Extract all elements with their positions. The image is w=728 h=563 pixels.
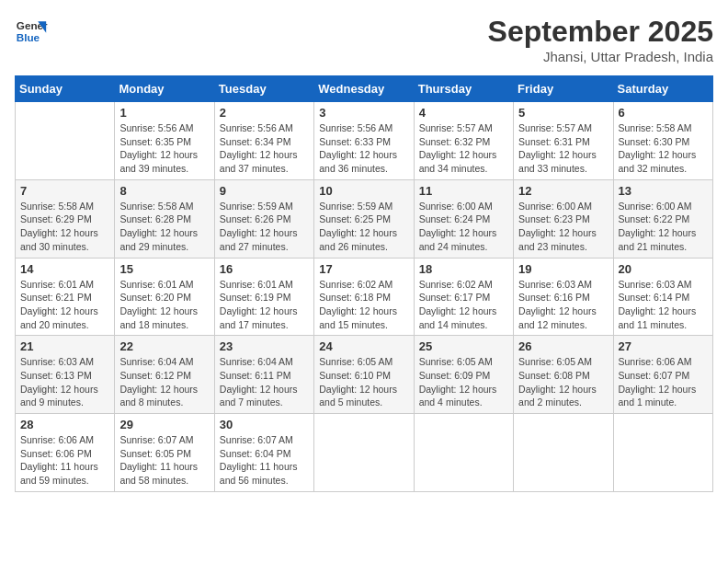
- day-info: Sunrise: 6:01 AMSunset: 6:20 PMDaylight:…: [119, 278, 209, 332]
- week-row-4: 28Sunrise: 6:06 AMSunset: 6:06 PMDayligh…: [16, 414, 713, 492]
- day-info: Sunrise: 6:06 AMSunset: 6:06 PMDaylight:…: [20, 433, 109, 488]
- day-number: 30: [220, 418, 309, 431]
- location-subtitle: Jhansi, Uttar Pradesh, India: [488, 49, 713, 64]
- calendar-cell: 7Sunrise: 5:58 AMSunset: 6:29 PMDaylight…: [16, 179, 115, 258]
- day-info: Sunrise: 5:56 AMSunset: 6:34 PMDaylight:…: [220, 121, 309, 176]
- day-info: Sunrise: 6:01 AMSunset: 6:21 PMDaylight:…: [20, 278, 109, 332]
- title-block: September 2025 Jhansi, Uttar Pradesh, In…: [488, 15, 713, 64]
- header-wednesday: Wednesday: [314, 76, 414, 102]
- calendar-cell: 6Sunrise: 5:58 AMSunset: 6:30 PMDaylight…: [613, 102, 712, 180]
- day-number: 6: [619, 106, 708, 120]
- day-info: Sunrise: 6:04 AMSunset: 6:11 PMDaylight:…: [220, 355, 309, 409]
- calendar-cell: [613, 414, 712, 492]
- day-info: Sunrise: 6:00 AMSunset: 6:24 PMDaylight:…: [419, 200, 508, 254]
- calendar-cell: 8Sunrise: 5:58 AMSunset: 6:28 PMDaylight…: [115, 179, 214, 258]
- day-info: Sunrise: 5:57 AMSunset: 6:32 PMDaylight:…: [419, 121, 508, 176]
- day-number: 19: [518, 262, 608, 276]
- day-info: Sunrise: 5:58 AMSunset: 6:29 PMDaylight:…: [20, 200, 109, 254]
- header-sunday: Sunday: [16, 76, 115, 102]
- day-number: 12: [518, 184, 608, 198]
- day-info: Sunrise: 5:59 AMSunset: 6:25 PMDaylight:…: [319, 200, 408, 254]
- day-info: Sunrise: 5:59 AMSunset: 6:26 PMDaylight:…: [220, 200, 309, 254]
- calendar-cell: 22Sunrise: 6:04 AMSunset: 6:12 PMDayligh…: [115, 336, 214, 414]
- page-header: General Blue September 2025 Jhansi, Utta…: [15, 15, 713, 64]
- header-thursday: Thursday: [414, 76, 513, 102]
- day-number: 27: [619, 339, 708, 353]
- day-info: Sunrise: 6:05 AMSunset: 6:10 PMDaylight:…: [319, 355, 408, 409]
- day-number: 9: [220, 184, 309, 198]
- day-info: Sunrise: 6:02 AMSunset: 6:18 PMDaylight:…: [319, 278, 408, 332]
- day-number: 3: [319, 106, 408, 120]
- calendar-cell: 11Sunrise: 6:00 AMSunset: 6:24 PMDayligh…: [414, 179, 513, 258]
- day-info: Sunrise: 6:05 AMSunset: 6:09 PMDaylight:…: [419, 355, 508, 409]
- calendar-cell: 12Sunrise: 6:00 AMSunset: 6:23 PMDayligh…: [514, 179, 613, 258]
- calendar-header-row: SundayMondayTuesdayWednesdayThursdayFrid…: [16, 76, 713, 102]
- day-info: Sunrise: 5:56 AMSunset: 6:35 PMDaylight:…: [119, 121, 209, 176]
- logo: General Blue: [15, 15, 48, 48]
- day-info: Sunrise: 5:58 AMSunset: 6:28 PMDaylight:…: [119, 200, 209, 254]
- day-info: Sunrise: 6:03 AMSunset: 6:13 PMDaylight:…: [20, 355, 109, 409]
- day-info: Sunrise: 6:05 AMSunset: 6:08 PMDaylight:…: [518, 355, 608, 409]
- calendar-cell: 5Sunrise: 5:57 AMSunset: 6:31 PMDaylight…: [514, 102, 613, 180]
- logo-icon: General Blue: [15, 15, 48, 48]
- day-info: Sunrise: 6:00 AMSunset: 6:22 PMDaylight:…: [619, 200, 708, 254]
- week-row-1: 7Sunrise: 5:58 AMSunset: 6:29 PMDaylight…: [16, 179, 713, 258]
- day-info: Sunrise: 6:07 AMSunset: 6:04 PMDaylight:…: [220, 433, 309, 488]
- day-number: 5: [518, 106, 608, 120]
- calendar-cell: 20Sunrise: 6:03 AMSunset: 6:14 PMDayligh…: [613, 258, 712, 336]
- day-info: Sunrise: 6:01 AMSunset: 6:19 PMDaylight:…: [220, 278, 309, 332]
- day-info: Sunrise: 6:03 AMSunset: 6:14 PMDaylight:…: [619, 278, 708, 332]
- calendar-cell: 25Sunrise: 6:05 AMSunset: 6:09 PMDayligh…: [414, 336, 513, 414]
- calendar-cell: 27Sunrise: 6:06 AMSunset: 6:07 PMDayligh…: [613, 336, 712, 414]
- day-number: 13: [619, 184, 708, 198]
- day-number: 8: [119, 184, 209, 198]
- day-number: 7: [20, 184, 109, 198]
- calendar-cell: 3Sunrise: 5:56 AMSunset: 6:33 PMDaylight…: [314, 102, 414, 180]
- calendar-cell: 4Sunrise: 5:57 AMSunset: 6:32 PMDaylight…: [414, 102, 513, 180]
- calendar-cell: 18Sunrise: 6:02 AMSunset: 6:17 PMDayligh…: [414, 258, 513, 336]
- calendar-cell: 2Sunrise: 5:56 AMSunset: 6:34 PMDaylight…: [214, 102, 313, 180]
- header-tuesday: Tuesday: [214, 76, 313, 102]
- day-number: 24: [319, 339, 408, 353]
- day-number: 2: [220, 106, 309, 120]
- day-info: Sunrise: 6:02 AMSunset: 6:17 PMDaylight:…: [419, 278, 508, 332]
- calendar-cell: 21Sunrise: 6:03 AMSunset: 6:13 PMDayligh…: [16, 336, 115, 414]
- svg-text:Blue: Blue: [17, 31, 40, 43]
- month-title: September 2025: [488, 15, 713, 49]
- day-number: 22: [119, 339, 209, 353]
- day-number: 25: [419, 339, 508, 353]
- day-number: 14: [20, 262, 109, 276]
- day-info: Sunrise: 5:57 AMSunset: 6:31 PMDaylight:…: [518, 121, 608, 176]
- day-number: 15: [119, 262, 209, 276]
- calendar-cell: 30Sunrise: 6:07 AMSunset: 6:04 PMDayligh…: [214, 414, 313, 492]
- day-number: 10: [319, 184, 408, 198]
- calendar-cell: 17Sunrise: 6:02 AMSunset: 6:18 PMDayligh…: [314, 258, 414, 336]
- day-number: 17: [319, 262, 408, 276]
- header-monday: Monday: [115, 76, 214, 102]
- day-number: 28: [20, 418, 109, 431]
- day-number: 26: [518, 339, 608, 353]
- day-info: Sunrise: 6:07 AMSunset: 6:05 PMDaylight:…: [119, 433, 209, 488]
- calendar-cell: [16, 102, 115, 180]
- day-info: Sunrise: 5:56 AMSunset: 6:33 PMDaylight:…: [319, 121, 408, 176]
- calendar-cell: [414, 414, 513, 492]
- day-number: 1: [119, 106, 209, 120]
- header-saturday: Saturday: [613, 76, 712, 102]
- calendar-cell: 13Sunrise: 6:00 AMSunset: 6:22 PMDayligh…: [613, 179, 712, 258]
- calendar-cell: 19Sunrise: 6:03 AMSunset: 6:16 PMDayligh…: [514, 258, 613, 336]
- calendar-cell: 9Sunrise: 5:59 AMSunset: 6:26 PMDaylight…: [214, 179, 313, 258]
- day-info: Sunrise: 6:04 AMSunset: 6:12 PMDaylight:…: [119, 355, 209, 409]
- calendar-cell: 26Sunrise: 6:05 AMSunset: 6:08 PMDayligh…: [514, 336, 613, 414]
- day-number: 16: [220, 262, 309, 276]
- day-number: 4: [419, 106, 508, 120]
- calendar-cell: 16Sunrise: 6:01 AMSunset: 6:19 PMDayligh…: [214, 258, 313, 336]
- calendar-cell: 23Sunrise: 6:04 AMSunset: 6:11 PMDayligh…: [214, 336, 313, 414]
- calendar-cell: 10Sunrise: 5:59 AMSunset: 6:25 PMDayligh…: [314, 179, 414, 258]
- calendar-cell: [514, 414, 613, 492]
- day-number: 23: [220, 339, 309, 353]
- week-row-3: 21Sunrise: 6:03 AMSunset: 6:13 PMDayligh…: [16, 336, 713, 414]
- day-info: Sunrise: 6:03 AMSunset: 6:16 PMDaylight:…: [518, 278, 608, 332]
- week-row-0: 1Sunrise: 5:56 AMSunset: 6:35 PMDaylight…: [16, 102, 713, 180]
- day-number: 20: [619, 262, 708, 276]
- calendar-cell: [314, 414, 414, 492]
